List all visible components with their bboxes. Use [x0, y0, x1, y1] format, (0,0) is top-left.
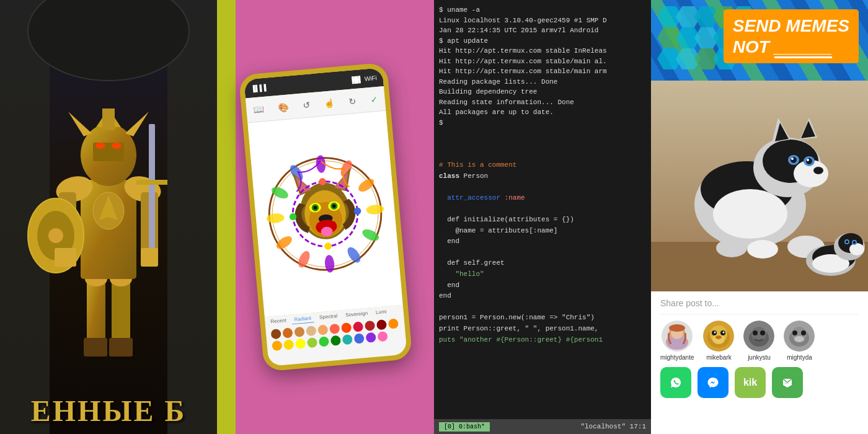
user-avatar-junkystu — [743, 321, 774, 352]
swatch[interactable] — [282, 327, 293, 338]
share-users-list: mightydante — [660, 321, 859, 361]
code-line: attr_accessor :name — [439, 193, 646, 204]
book-icon: 📖 — [253, 104, 264, 115]
meme-line1: Send memes — [733, 16, 849, 37]
swatch[interactable] — [354, 333, 365, 343]
terminal-line: Linux localhost 3.10.40-geec2459 #1 SMP … — [439, 16, 646, 26]
svg-point-19 — [48, 228, 63, 243]
swatch[interactable] — [294, 327, 304, 337]
swatch[interactable] — [270, 329, 281, 339]
user-avatar-mightyda — [784, 321, 815, 352]
messenger-button[interactable] — [698, 367, 728, 398]
svg-point-47 — [270, 185, 290, 201]
svg-point-133 — [760, 330, 765, 335]
terminal-statusbar: [0] 0:bash* "localhost" 17:1 — [434, 419, 651, 434]
swatch[interactable] — [307, 337, 317, 348]
tab-recent[interactable]: Recent — [268, 316, 289, 327]
svg-rect-34 — [217, 0, 236, 434]
swatch[interactable] — [329, 324, 340, 334]
battery-indicator: ▐█▌ WiFi — [349, 74, 377, 83]
username-junkystu: junkystu — [748, 354, 771, 361]
code-line: "hello" — [439, 269, 646, 280]
meme-header: Send memes not ______ — [651, 0, 868, 81]
swatch[interactable] — [295, 339, 306, 349]
messages-button[interactable] — [772, 367, 803, 398]
code-section: # This is a comment class Person attr_ac… — [434, 155, 651, 419]
svg-point-128 — [715, 335, 722, 339]
swatch[interactable] — [272, 340, 282, 351]
swatch[interactable] — [365, 321, 375, 331]
tmux-hostname: "localhost" 17:1 — [580, 423, 646, 430]
swatch[interactable] — [376, 319, 387, 330]
terminal-line: Reading state information... Done — [439, 97, 646, 108]
tab-lumi[interactable]: Lumi — [373, 308, 389, 317]
svg-point-95 — [790, 157, 797, 163]
terminal-line: $ uname -a — [439, 5, 646, 16]
code-line: end — [439, 280, 646, 291]
svg-rect-8 — [84, 338, 107, 356]
tab-radiant[interactable]: Radiant — [291, 314, 314, 324]
svg-rect-25 — [102, 108, 115, 130]
share-user[interactable]: mightydante — [660, 321, 694, 361]
swatch[interactable] — [341, 322, 352, 333]
share-user[interactable]: mikebark — [703, 321, 734, 361]
svg-point-137 — [792, 330, 797, 335]
swatch[interactable] — [317, 324, 328, 335]
coloring-panel: ▐▌▌▌ ▐█▌ WiFi 📖 🎨 ↺ ☝ ↻ ✓ — [217, 0, 434, 434]
meme-line2: not ______ — [733, 37, 849, 58]
svg-point-103 — [716, 239, 747, 257]
svg-point-88 — [713, 189, 787, 239]
svg-rect-9 — [109, 338, 133, 356]
swatch[interactable] — [283, 339, 294, 350]
whatsapp-button[interactable] — [660, 367, 691, 398]
swatch[interactable] — [353, 321, 363, 332]
redo-icon: ↻ — [348, 95, 356, 106]
svg-point-126 — [714, 332, 716, 334]
svg-rect-2 — [167, 0, 217, 434]
svg-point-119 — [669, 324, 685, 332]
svg-rect-32 — [136, 180, 167, 185]
swatch[interactable] — [388, 318, 399, 329]
swatch[interactable] — [319, 336, 329, 347]
code-line: person1 = Person.new(:name => "Chris") — [439, 312, 646, 324]
palette-icon: 🎨 — [278, 102, 289, 112]
share-user[interactable]: mightyda — [784, 321, 815, 361]
check-icon: ✓ — [370, 94, 378, 104]
svg-point-27 — [95, 143, 105, 149]
terminal-line: Building dependency tree — [439, 87, 646, 97]
tmux-tab: [0] 0:bash* — [439, 422, 490, 432]
share-user[interactable]: junkystu — [743, 321, 774, 361]
dog-image-section — [651, 81, 868, 291]
swatch[interactable] — [306, 326, 316, 336]
skyrim-panel: ЕННЫЕ Б — [0, 0, 217, 434]
svg-point-69 — [324, 242, 332, 250]
terminal-line: Hit http://apt.termux.com stable InRelea… — [439, 46, 646, 56]
terminal-line: All packages are up to date. — [439, 107, 646, 118]
svg-point-127 — [723, 332, 725, 334]
terminal-line: $ — [439, 118, 646, 128]
swatch[interactable] — [366, 332, 376, 343]
username-mightyda: mightyda — [787, 354, 812, 361]
svg-point-28 — [112, 143, 122, 149]
phone-mockup: ▐▌▌▌ ▐█▌ WiFi 📖 🎨 ↺ ☝ ↻ ✓ — [239, 62, 413, 371]
code-line: print Person::greet, " ", person1.name, — [439, 324, 646, 335]
svg-point-115 — [853, 241, 856, 244]
swatch[interactable] — [377, 331, 388, 342]
svg-point-97 — [791, 157, 794, 160]
svg-point-114 — [846, 241, 848, 243]
swatch[interactable] — [342, 334, 353, 345]
tab-sovereign[interactable]: Sovereign — [343, 309, 371, 320]
tab-spectral[interactable]: Spectral — [316, 312, 340, 322]
share-placeholder-text: Share post to... — [660, 298, 719, 308]
terminal-line: $ apt update — [439, 36, 646, 46]
code-line: @name = attributes[:name] — [439, 226, 646, 237]
swatch[interactable] — [330, 335, 341, 346]
svg-point-104 — [747, 240, 778, 259]
username-mightydante: mightydante — [660, 354, 694, 361]
svg-point-98 — [807, 159, 809, 161]
svg-point-138 — [801, 330, 806, 335]
code-line: puts "another #{Person::greet} #{person1 — [439, 335, 646, 346]
terminal-line: Hit http://apt.termux.com stable/main ar… — [439, 66, 646, 77]
kik-button[interactable]: kik — [735, 367, 766, 398]
code-line: # This is a comment — [439, 160, 646, 171]
